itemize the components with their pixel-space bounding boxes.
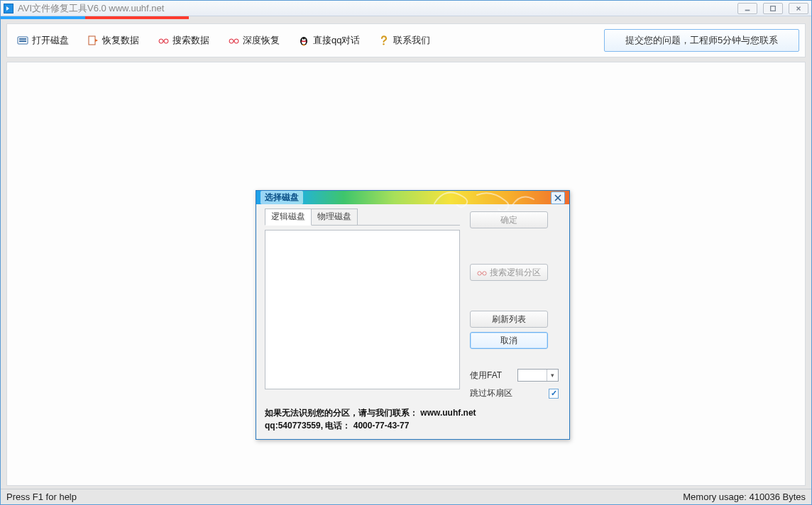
cancel-button[interactable]: 取消 [470, 332, 548, 349]
ok-button-label: 确定 [500, 214, 517, 226]
disk-icon [17, 35, 28, 46]
deep-recover-button[interactable]: 深度恢复 [224, 31, 284, 50]
select-disk-dialog: 选择磁盘 逻辑磁盘 物理磁盘 确定 [256, 190, 570, 440]
dialog-titlebar[interactable]: 选择磁盘 [256, 191, 569, 204]
toolbar: 打开磁盘 恢复数据 搜索数据 深度恢复 [6, 23, 806, 57]
submit-question-button[interactable]: 提交您的问题，工程师5分钟与您联系 [604, 29, 799, 52]
maximize-button[interactable] [763, 3, 783, 14]
ok-button[interactable]: 确定 [470, 211, 548, 228]
search-glasses-icon [158, 35, 169, 46]
submit-question-label: 提交您的问题，工程师5分钟与您联系 [625, 34, 778, 47]
contact-us-button[interactable]: 联系我们 [374, 31, 434, 50]
disk-type-tabstrip: 逻辑磁盘 物理磁盘 [265, 210, 460, 226]
disk-listbox[interactable] [265, 230, 460, 389]
skip-bad-sector-label: 跳过坏扇区 [470, 387, 549, 399]
search-glasses-icon [477, 269, 487, 276]
search-data-button[interactable]: 搜索数据 [153, 31, 214, 50]
progress-stripe [1, 16, 811, 19]
qq-chat-button[interactable]: 直接qq对话 [294, 31, 364, 50]
dialog-footer-line1: 如果无法识别您的分区，请与我们联系： www.uuhf.net [265, 406, 561, 419]
use-fat-combo[interactable]: ▾ [517, 369, 559, 382]
svg-rect-15 [302, 41, 307, 43]
app-icon [4, 4, 13, 13]
content-area: 选择磁盘 逻辑磁盘 物理磁盘 确定 [6, 62, 806, 486]
svg-rect-0 [745, 9, 750, 11]
qq-penguin-icon [298, 35, 309, 46]
window-title: AVI文件修复工具V6.0 www.uuhf.net [18, 2, 164, 15]
svg-point-16 [383, 43, 385, 45]
status-memory-text: Memory usage: 410036 Bytes [683, 492, 806, 502]
open-disk-button[interactable]: 打开磁盘 [13, 31, 73, 50]
deep-recover-label: 深度恢复 [243, 34, 280, 47]
contact-us-label: 联系我们 [393, 34, 430, 47]
recover-data-button[interactable]: 恢复数据 [83, 31, 143, 50]
recover-icon [87, 35, 99, 46]
svg-point-18 [483, 272, 486, 275]
recover-data-label: 恢复数据 [102, 34, 139, 47]
svg-point-9 [234, 39, 238, 43]
svg-point-8 [229, 39, 234, 43]
status-help-text: Press F1 for help [6, 492, 77, 502]
svg-point-13 [304, 39, 306, 40]
svg-point-6 [159, 39, 163, 43]
open-disk-label: 打开磁盘 [32, 34, 69, 47]
statusbar: Press F1 for help Memory usage: 410036 B… [1, 489, 811, 504]
svg-point-7 [164, 39, 168, 43]
svg-rect-1 [771, 6, 776, 11]
minimize-button[interactable] [737, 3, 757, 14]
tab-logical-disk[interactable]: 逻辑磁盘 [265, 209, 312, 226]
cancel-button-label: 取消 [500, 335, 517, 347]
search-partition-label: 搜索逻辑分区 [490, 267, 541, 279]
svg-point-17 [478, 272, 481, 275]
chevron-down-icon: ▾ [547, 370, 558, 381]
qq-chat-label: 直接qq对话 [313, 34, 360, 47]
refresh-list-label: 刷新列表 [492, 313, 526, 326]
titlebar[interactable]: AVI文件修复工具V6.0 www.uuhf.net [1, 1, 811, 16]
dialog-footer: 如果无法识别您的分区，请与我们联系： www.uuhf.net qq:54077… [256, 402, 569, 439]
dialog-close-button[interactable] [551, 192, 565, 204]
tab-physical-disk[interactable]: 物理磁盘 [311, 209, 358, 225]
search-data-label: 搜索数据 [172, 34, 209, 47]
close-button[interactable] [789, 3, 808, 14]
question-icon [378, 35, 390, 46]
refresh-list-button[interactable]: 刷新列表 [470, 311, 548, 328]
main-window: AVI文件修复工具V6.0 www.uuhf.net 打开磁盘 [0, 0, 812, 505]
svg-point-12 [302, 39, 303, 40]
svg-point-14 [302, 45, 305, 46]
use-fat-label: 使用FAT [470, 370, 517, 382]
search-logical-partition-button[interactable]: 搜索逻辑分区 [470, 264, 548, 281]
svg-rect-4 [19, 40, 26, 42]
dialog-footer-line2: qq:540773559, 电话： 4000-77-43-77 [265, 419, 561, 432]
svg-rect-5 [89, 36, 95, 45]
dialog-title: 选择磁盘 [260, 191, 303, 204]
svg-rect-3 [19, 38, 26, 40]
deep-recover-glasses-icon [228, 35, 239, 46]
skip-bad-sector-checkbox[interactable]: ✓ [549, 389, 559, 399]
